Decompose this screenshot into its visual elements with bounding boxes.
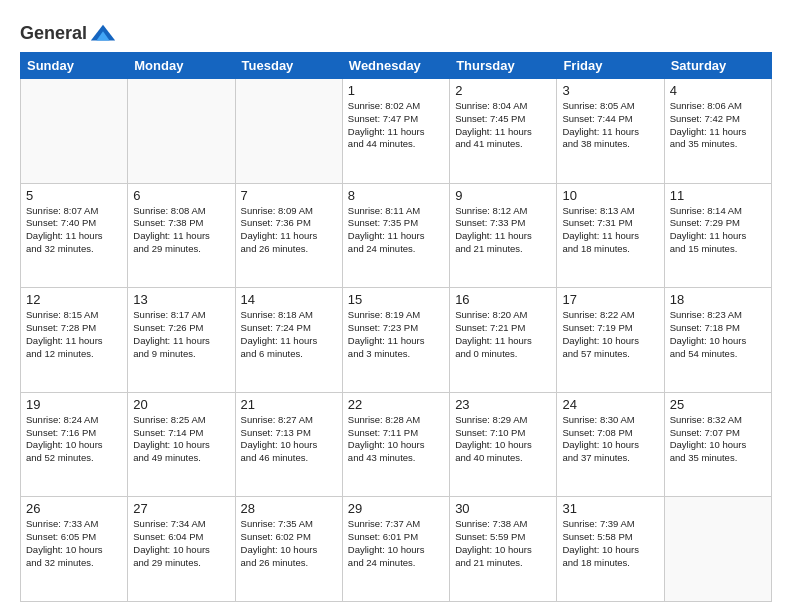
calendar-cell: 6Sunrise: 8:08 AM Sunset: 7:38 PM Daylig… — [128, 183, 235, 288]
day-number: 18 — [670, 292, 766, 307]
logo: General — [20, 20, 117, 44]
day-info: Sunrise: 7:35 AM Sunset: 6:02 PM Dayligh… — [241, 518, 337, 569]
day-info: Sunrise: 8:12 AM Sunset: 7:33 PM Dayligh… — [455, 205, 551, 256]
day-number: 13 — [133, 292, 229, 307]
calendar-cell — [235, 79, 342, 184]
calendar-cell: 19Sunrise: 8:24 AM Sunset: 7:16 PM Dayli… — [21, 392, 128, 497]
day-info: Sunrise: 8:07 AM Sunset: 7:40 PM Dayligh… — [26, 205, 122, 256]
day-number: 19 — [26, 397, 122, 412]
day-info: Sunrise: 8:13 AM Sunset: 7:31 PM Dayligh… — [562, 205, 658, 256]
day-info: Sunrise: 8:19 AM Sunset: 7:23 PM Dayligh… — [348, 309, 444, 360]
day-info: Sunrise: 8:30 AM Sunset: 7:08 PM Dayligh… — [562, 414, 658, 465]
calendar-cell: 26Sunrise: 7:33 AM Sunset: 6:05 PM Dayli… — [21, 497, 128, 602]
day-number: 29 — [348, 501, 444, 516]
weekday-header-friday: Friday — [557, 53, 664, 79]
day-number: 6 — [133, 188, 229, 203]
week-row-3: 19Sunrise: 8:24 AM Sunset: 7:16 PM Dayli… — [21, 392, 772, 497]
day-info: Sunrise: 8:08 AM Sunset: 7:38 PM Dayligh… — [133, 205, 229, 256]
calendar-cell: 1Sunrise: 8:02 AM Sunset: 7:47 PM Daylig… — [342, 79, 449, 184]
day-number: 23 — [455, 397, 551, 412]
day-number: 21 — [241, 397, 337, 412]
calendar-cell: 25Sunrise: 8:32 AM Sunset: 7:07 PM Dayli… — [664, 392, 771, 497]
calendar-cell — [664, 497, 771, 602]
day-info: Sunrise: 8:15 AM Sunset: 7:28 PM Dayligh… — [26, 309, 122, 360]
week-row-1: 5Sunrise: 8:07 AM Sunset: 7:40 PM Daylig… — [21, 183, 772, 288]
calendar-cell: 12Sunrise: 8:15 AM Sunset: 7:28 PM Dayli… — [21, 288, 128, 393]
calendar-cell: 8Sunrise: 8:11 AM Sunset: 7:35 PM Daylig… — [342, 183, 449, 288]
logo-icon — [89, 20, 117, 48]
day-number: 5 — [26, 188, 122, 203]
calendar-cell: 21Sunrise: 8:27 AM Sunset: 7:13 PM Dayli… — [235, 392, 342, 497]
calendar-cell: 5Sunrise: 8:07 AM Sunset: 7:40 PM Daylig… — [21, 183, 128, 288]
calendar-cell: 29Sunrise: 7:37 AM Sunset: 6:01 PM Dayli… — [342, 497, 449, 602]
weekday-header-sunday: Sunday — [21, 53, 128, 79]
weekday-header-row: SundayMondayTuesdayWednesdayThursdayFrid… — [21, 53, 772, 79]
day-number: 3 — [562, 83, 658, 98]
calendar-table: SundayMondayTuesdayWednesdayThursdayFrid… — [20, 52, 772, 602]
day-number: 10 — [562, 188, 658, 203]
calendar-cell: 31Sunrise: 7:39 AM Sunset: 5:58 PM Dayli… — [557, 497, 664, 602]
calendar-cell: 22Sunrise: 8:28 AM Sunset: 7:11 PM Dayli… — [342, 392, 449, 497]
day-info: Sunrise: 8:24 AM Sunset: 7:16 PM Dayligh… — [26, 414, 122, 465]
day-info: Sunrise: 8:02 AM Sunset: 7:47 PM Dayligh… — [348, 100, 444, 151]
day-number: 28 — [241, 501, 337, 516]
calendar-cell: 28Sunrise: 7:35 AM Sunset: 6:02 PM Dayli… — [235, 497, 342, 602]
day-number: 27 — [133, 501, 229, 516]
day-number: 7 — [241, 188, 337, 203]
day-info: Sunrise: 7:38 AM Sunset: 5:59 PM Dayligh… — [455, 518, 551, 569]
week-row-0: 1Sunrise: 8:02 AM Sunset: 7:47 PM Daylig… — [21, 79, 772, 184]
weekday-header-monday: Monday — [128, 53, 235, 79]
day-info: Sunrise: 8:23 AM Sunset: 7:18 PM Dayligh… — [670, 309, 766, 360]
calendar-cell: 18Sunrise: 8:23 AM Sunset: 7:18 PM Dayli… — [664, 288, 771, 393]
logo-general: General — [20, 24, 87, 44]
calendar-cell: 24Sunrise: 8:30 AM Sunset: 7:08 PM Dayli… — [557, 392, 664, 497]
day-number: 31 — [562, 501, 658, 516]
day-number: 9 — [455, 188, 551, 203]
day-info: Sunrise: 8:05 AM Sunset: 7:44 PM Dayligh… — [562, 100, 658, 151]
day-info: Sunrise: 8:04 AM Sunset: 7:45 PM Dayligh… — [455, 100, 551, 151]
day-number: 16 — [455, 292, 551, 307]
day-info: Sunrise: 8:20 AM Sunset: 7:21 PM Dayligh… — [455, 309, 551, 360]
day-info: Sunrise: 8:11 AM Sunset: 7:35 PM Dayligh… — [348, 205, 444, 256]
page: General SundayMondayTuesdayWednesdayThur… — [0, 0, 792, 612]
calendar-cell: 2Sunrise: 8:04 AM Sunset: 7:45 PM Daylig… — [450, 79, 557, 184]
day-info: Sunrise: 8:06 AM Sunset: 7:42 PM Dayligh… — [670, 100, 766, 151]
day-number: 20 — [133, 397, 229, 412]
day-info: Sunrise: 8:29 AM Sunset: 7:10 PM Dayligh… — [455, 414, 551, 465]
day-info: Sunrise: 8:09 AM Sunset: 7:36 PM Dayligh… — [241, 205, 337, 256]
day-number: 1 — [348, 83, 444, 98]
day-info: Sunrise: 8:25 AM Sunset: 7:14 PM Dayligh… — [133, 414, 229, 465]
day-number: 22 — [348, 397, 444, 412]
day-number: 8 — [348, 188, 444, 203]
calendar-cell: 16Sunrise: 8:20 AM Sunset: 7:21 PM Dayli… — [450, 288, 557, 393]
header: General — [20, 16, 772, 44]
calendar-cell: 13Sunrise: 8:17 AM Sunset: 7:26 PM Dayli… — [128, 288, 235, 393]
calendar-cell: 15Sunrise: 8:19 AM Sunset: 7:23 PM Dayli… — [342, 288, 449, 393]
day-info: Sunrise: 8:18 AM Sunset: 7:24 PM Dayligh… — [241, 309, 337, 360]
day-number: 14 — [241, 292, 337, 307]
week-row-4: 26Sunrise: 7:33 AM Sunset: 6:05 PM Dayli… — [21, 497, 772, 602]
day-info: Sunrise: 8:28 AM Sunset: 7:11 PM Dayligh… — [348, 414, 444, 465]
day-number: 4 — [670, 83, 766, 98]
calendar-cell: 23Sunrise: 8:29 AM Sunset: 7:10 PM Dayli… — [450, 392, 557, 497]
day-number: 25 — [670, 397, 766, 412]
calendar-cell — [128, 79, 235, 184]
day-number: 24 — [562, 397, 658, 412]
day-number: 26 — [26, 501, 122, 516]
day-info: Sunrise: 8:27 AM Sunset: 7:13 PM Dayligh… — [241, 414, 337, 465]
day-number: 30 — [455, 501, 551, 516]
calendar-cell: 4Sunrise: 8:06 AM Sunset: 7:42 PM Daylig… — [664, 79, 771, 184]
day-info: Sunrise: 7:37 AM Sunset: 6:01 PM Dayligh… — [348, 518, 444, 569]
day-info: Sunrise: 7:34 AM Sunset: 6:04 PM Dayligh… — [133, 518, 229, 569]
calendar-cell: 20Sunrise: 8:25 AM Sunset: 7:14 PM Dayli… — [128, 392, 235, 497]
day-info: Sunrise: 8:22 AM Sunset: 7:19 PM Dayligh… — [562, 309, 658, 360]
calendar-cell: 3Sunrise: 8:05 AM Sunset: 7:44 PM Daylig… — [557, 79, 664, 184]
day-info: Sunrise: 7:33 AM Sunset: 6:05 PM Dayligh… — [26, 518, 122, 569]
calendar-cell: 10Sunrise: 8:13 AM Sunset: 7:31 PM Dayli… — [557, 183, 664, 288]
day-number: 12 — [26, 292, 122, 307]
day-number: 11 — [670, 188, 766, 203]
calendar-cell: 9Sunrise: 8:12 AM Sunset: 7:33 PM Daylig… — [450, 183, 557, 288]
weekday-header-wednesday: Wednesday — [342, 53, 449, 79]
day-info: Sunrise: 8:32 AM Sunset: 7:07 PM Dayligh… — [670, 414, 766, 465]
calendar-cell: 14Sunrise: 8:18 AM Sunset: 7:24 PM Dayli… — [235, 288, 342, 393]
